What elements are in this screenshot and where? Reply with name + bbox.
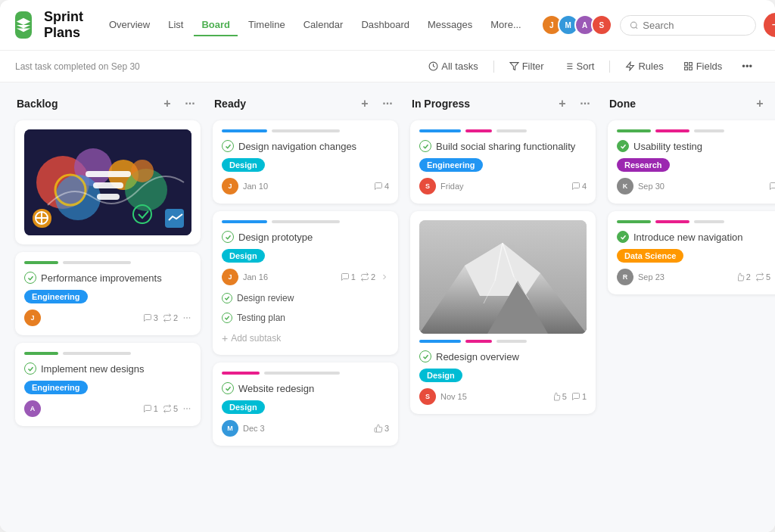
- due-date: Nov 15: [440, 392, 467, 401]
- add-card-button[interactable]: +: [356, 95, 374, 113]
- due-date: Sep 30: [638, 182, 665, 191]
- svg-rect-10: [684, 63, 687, 66]
- tag-data-science[interactable]: Data Science: [617, 249, 683, 263]
- color-bar-gray: [264, 372, 340, 375]
- tag-research[interactable]: Research: [617, 158, 670, 172]
- tag-engineering[interactable]: Engineering: [419, 158, 483, 172]
- card-social-sharing[interactable]: Build social sharing functionality Engin…: [410, 120, 596, 204]
- column-menu-button[interactable]: ···: [576, 95, 594, 113]
- card-meta: 3: [374, 424, 389, 433]
- card-intro-navigation[interactable]: Introduce new navigation Data Science R …: [608, 211, 775, 294]
- assignee-avatar: J: [222, 178, 238, 194]
- assignee-avatar: S: [419, 178, 436, 194]
- color-bar-pink: [222, 372, 260, 375]
- add-card-button[interactable]: +: [553, 95, 571, 113]
- comments-count: 1: [571, 392, 587, 401]
- svg-line-1: [636, 26, 637, 28]
- column-menu-button[interactable]: ···: [181, 95, 199, 113]
- card-redesign-overview[interactable]: Redesign overview Design S Nov 15 5: [410, 211, 596, 414]
- column-header-backlog: Backlog + ···: [15, 95, 201, 113]
- subtasks-count: 2: [360, 272, 375, 282]
- card-task-title: Website redesign: [222, 382, 389, 394]
- color-bar-gray: [63, 261, 131, 264]
- card-image-mountain: [419, 220, 587, 334]
- toolbar-actions: All tasks Filter Sort Rules Fields •••: [421, 57, 760, 76]
- check-icon: [222, 140, 234, 152]
- nav-board[interactable]: Board: [194, 14, 238, 36]
- more-icon: [380, 272, 389, 282]
- card-performance[interactable]: Performance improvements Engineering J 3: [15, 252, 201, 335]
- sort-button[interactable]: Sort: [556, 57, 602, 76]
- nav-overview[interactable]: Overview: [101, 14, 157, 36]
- card-tag: Research: [617, 158, 775, 172]
- nav-calendar[interactable]: Calendar: [296, 14, 351, 36]
- likes-count: 5: [552, 392, 567, 401]
- color-bar-pink: [465, 340, 492, 343]
- assignee-avatar: J: [222, 269, 238, 285]
- color-bar-gray: [694, 129, 724, 132]
- add-card-button[interactable]: +: [751, 95, 769, 113]
- nav-timeline[interactable]: Timeline: [241, 14, 293, 36]
- card-backlog-image[interactable]: [15, 120, 201, 244]
- nav-messages[interactable]: Messages: [420, 14, 480, 36]
- assignee-avatar: M: [222, 420, 238, 437]
- filter-button[interactable]: Filter: [502, 57, 552, 76]
- rules-button[interactable]: Rules: [618, 57, 671, 76]
- tag-engineering[interactable]: Engineering: [24, 290, 88, 303]
- tag-engineering[interactable]: Engineering: [24, 381, 88, 394]
- color-bar-row: [222, 129, 389, 132]
- nav-more[interactable]: More...: [483, 14, 528, 36]
- svg-rect-22: [97, 194, 120, 200]
- card-tag: Engineering: [24, 381, 191, 394]
- color-bar-pink: [655, 220, 689, 223]
- card-footer: J Jan 16 1 2: [222, 269, 389, 285]
- svg-point-24: [131, 160, 154, 182]
- more-icon: [182, 404, 191, 413]
- comments-count: 1: [143, 404, 158, 413]
- svg-point-35: [187, 409, 188, 409]
- card-footer: S Nov 15 5 1: [419, 388, 587, 405]
- card-tag: Design: [419, 369, 587, 382]
- nav-dashboard[interactable]: Dashboard: [353, 14, 417, 36]
- tag-design[interactable]: Design: [222, 158, 265, 172]
- main-nav: Overview List Board Timeline Calendar Da…: [101, 14, 529, 36]
- task-title: Introduce new navigation: [633, 232, 743, 243]
- card-design-prototype[interactable]: Design prototype Design J Jan 16 1: [213, 211, 398, 355]
- avatar: S: [591, 14, 612, 36]
- card-usability-testing[interactable]: Usability testing Research K Sep 30 4: [608, 120, 775, 204]
- add-subtask-button[interactable]: + Add subtask: [222, 331, 389, 346]
- color-bar-gray: [496, 129, 527, 132]
- card-design-nav[interactable]: Design navigation changes Design J Jan 1…: [213, 120, 398, 204]
- color-bar-green: [617, 220, 651, 223]
- add-button[interactable]: +: [764, 13, 775, 37]
- color-bar-blue: [222, 129, 267, 132]
- assignee-avatar: R: [617, 269, 633, 285]
- color-bar-gray: [272, 129, 340, 132]
- search-input[interactable]: [643, 20, 745, 31]
- card-footer: S Friday 4: [419, 178, 587, 194]
- color-bar-row: [419, 129, 587, 132]
- last-task-status: Last task completed on Sep 30: [15, 61, 140, 72]
- fields-button[interactable]: Fields: [676, 57, 730, 76]
- tag-design[interactable]: Design: [222, 249, 265, 263]
- card-implement[interactable]: Implement new designs Engineering A 1: [15, 343, 201, 426]
- task-title: Redesign overview: [436, 351, 519, 362]
- search-box[interactable]: [620, 15, 756, 36]
- add-card-button[interactable]: +: [158, 95, 176, 113]
- svg-rect-21: [93, 182, 123, 188]
- color-bar-gray: [496, 340, 527, 343]
- card-footer: R Sep 23 2 5: [617, 269, 775, 285]
- tag-design[interactable]: Design: [222, 400, 265, 414]
- column-menu-button[interactable]: ···: [378, 95, 397, 113]
- color-bar-green: [24, 261, 58, 264]
- color-bar-pink: [465, 129, 492, 132]
- tag-design[interactable]: Design: [419, 369, 462, 382]
- more-options-button[interactable]: •••: [734, 57, 760, 76]
- column-title: Ready: [214, 98, 246, 110]
- check-icon-done: [617, 140, 629, 152]
- header-right: J M A S +: [541, 13, 775, 37]
- card-website-redesign[interactable]: Website redesign Design M Dec 3 3: [213, 362, 398, 446]
- nav-list[interactable]: List: [160, 14, 191, 36]
- all-tasks-button[interactable]: All tasks: [421, 57, 485, 76]
- svg-marker-3: [510, 63, 518, 70]
